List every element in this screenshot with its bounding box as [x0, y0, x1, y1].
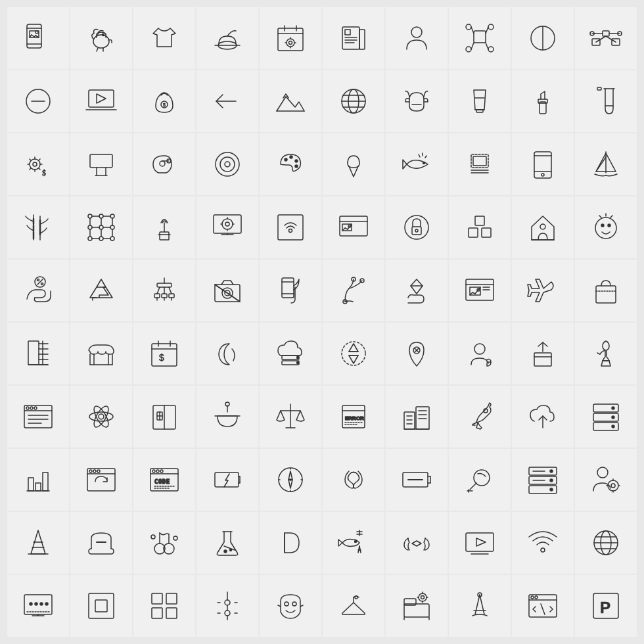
svg-point-240 [474, 344, 485, 354]
svg-rect-158 [412, 227, 421, 235]
icon-bar-chart [7, 449, 69, 511]
svg-rect-73 [597, 87, 601, 90]
icon-money-bag: $ [133, 70, 195, 132]
svg-point-391 [225, 610, 230, 616]
icon-grid-squares [133, 575, 195, 637]
svg-marker-234 [349, 356, 358, 363]
svg-point-10 [103, 34, 104, 36]
svg-point-335 [597, 467, 608, 478]
svg-point-165 [595, 218, 616, 239]
svg-rect-53 [89, 90, 114, 107]
icon-monitor-dots [7, 575, 69, 637]
svg-rect-385 [166, 593, 177, 604]
icon-building-scaffold [7, 323, 69, 384]
svg-text:$: $ [159, 352, 164, 363]
svg-marker-312 [288, 471, 292, 480]
icon-test-tube [575, 70, 637, 132]
icon-pipe-system [196, 575, 258, 637]
svg-point-289 [612, 425, 614, 428]
icon-atom [70, 386, 132, 448]
svg-point-288 [612, 416, 614, 419]
svg-marker-233 [349, 344, 358, 352]
icon-lock-circle [386, 196, 448, 258]
svg-point-355 [224, 550, 227, 553]
svg-point-174 [41, 283, 43, 285]
svg-point-368 [541, 548, 545, 552]
svg-point-121 [88, 237, 92, 241]
svg-rect-383 [95, 600, 107, 612]
icon-network-grid [70, 196, 132, 258]
svg-point-75 [33, 162, 37, 166]
svg-point-101 [541, 173, 544, 176]
svg-point-351 [151, 535, 155, 539]
icon-mind-gears [133, 133, 195, 195]
svg-rect-387 [166, 608, 177, 618]
svg-point-250 [26, 407, 29, 409]
svg-point-164 [540, 224, 545, 229]
svg-point-421 [535, 596, 538, 599]
svg-rect-25 [359, 30, 365, 49]
icon-branch [323, 260, 384, 321]
svg-marker-55 [97, 94, 106, 103]
svg-point-407 [419, 593, 426, 601]
svg-marker-366 [476, 538, 486, 546]
svg-point-231 [297, 362, 299, 364]
svg-point-389 [225, 600, 230, 605]
svg-point-252 [34, 407, 37, 409]
svg-line-39 [471, 43, 474, 49]
icon-mask-face [260, 575, 321, 637]
svg-point-330 [550, 470, 553, 472]
icon-mortar-pestle [196, 7, 258, 69]
icon-box-upload [512, 323, 574, 384]
icon-code-tag-window [512, 575, 574, 637]
icon-sailboat [575, 133, 637, 195]
svg-line-169 [610, 216, 612, 218]
svg-rect-177 [157, 283, 172, 287]
svg-point-167 [608, 224, 610, 227]
svg-line-180 [169, 287, 172, 294]
svg-point-232 [342, 342, 365, 365]
icon-code-window: CODE [133, 449, 195, 511]
icon-grid: $ $ [5, 5, 639, 639]
icon-plant-phone [260, 260, 321, 321]
icon-ping-pong [449, 449, 511, 511]
svg-line-11 [97, 48, 98, 51]
svg-point-402 [355, 596, 357, 599]
icon-rocket [449, 386, 511, 448]
svg-rect-77 [90, 154, 112, 168]
icon-paint-palette [260, 133, 321, 195]
icon-letter-d [260, 512, 321, 574]
svg-point-19 [289, 41, 292, 45]
icon-layers-dots [449, 133, 511, 195]
svg-rect-183 [169, 294, 174, 298]
svg-rect-31 [474, 31, 486, 43]
svg-point-408 [421, 596, 425, 599]
icon-calendar-dollar: $ [133, 323, 195, 384]
svg-point-166 [601, 224, 604, 227]
icon-half-circle [512, 7, 574, 69]
svg-point-122 [99, 237, 103, 241]
icon-shopping-bag [575, 260, 637, 321]
svg-point-116 [99, 214, 103, 218]
svg-line-190 [215, 285, 240, 302]
svg-point-87 [290, 156, 292, 158]
svg-point-331 [550, 479, 553, 482]
svg-point-332 [550, 488, 553, 491]
svg-point-379 [35, 603, 37, 605]
icon-person-gear [575, 449, 637, 511]
icon-tshirt [133, 7, 195, 69]
svg-point-142 [222, 219, 233, 229]
icon-laurel-bowtie [386, 512, 448, 574]
svg-point-397 [285, 602, 288, 606]
svg-point-337 [611, 484, 615, 488]
icon-bowl-spoon [196, 386, 258, 448]
icon-mobile-image [7, 7, 69, 69]
svg-text:$: $ [163, 103, 166, 107]
svg-rect-161 [469, 228, 478, 237]
svg-point-380 [40, 603, 43, 605]
svg-point-8 [35, 31, 38, 34]
icon-no-entry [7, 70, 69, 132]
svg-point-30 [411, 27, 422, 37]
icon-server-lock [575, 386, 637, 448]
icon-minus-tray [70, 512, 132, 574]
